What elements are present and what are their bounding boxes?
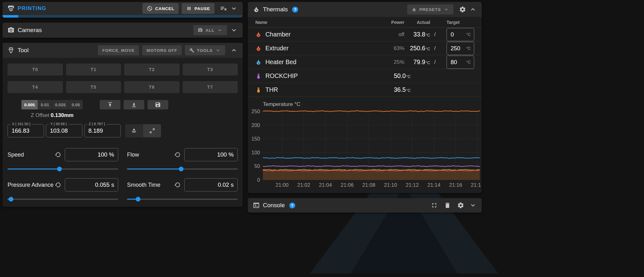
slider-thumb[interactable] xyxy=(8,197,13,202)
presets-label: PRESETS xyxy=(419,7,441,12)
tool-collapse-icon[interactable] xyxy=(230,47,238,54)
motors-off-button[interactable]: MOTORS OFF xyxy=(142,45,182,55)
tool-button-t1[interactable]: T1 xyxy=(66,64,121,75)
cameras-panel-header: Cameras ALL xyxy=(3,23,243,38)
speed-input[interactable]: 100 % xyxy=(65,148,118,161)
position-row: X [ 161.50 ]166.83Y [ 99.58 ]103.08Z [ 8… xyxy=(8,124,238,137)
thermals-panel-header: Thermals PRESETS xyxy=(248,2,482,17)
power-value: 25% xyxy=(372,59,404,65)
sensor-name-cell: Extruder xyxy=(255,45,372,52)
position-field-z[interactable]: Z [ 8.787 ]8.189 xyxy=(84,124,121,137)
slider-thumb[interactable] xyxy=(136,197,141,202)
pause-button[interactable]: PAUSE xyxy=(182,3,214,14)
force-move-button[interactable]: FORCE_MOVE xyxy=(98,45,139,55)
extruder-target-input[interactable]: 250°C xyxy=(447,42,474,55)
pressure-advance-input[interactable]: 0.055 s xyxy=(65,178,118,191)
svg-text:250: 250 xyxy=(252,109,260,114)
slider-track xyxy=(8,199,118,200)
smooth-time-slider[interactable] xyxy=(127,195,238,203)
cancel-button[interactable]: CANCEL xyxy=(142,3,179,14)
temperature-chart[interactable]: 25020015010050021:0021:0221:0421:0621:08… xyxy=(252,109,481,188)
flow-input[interactable]: 100 % xyxy=(184,148,238,161)
camera-icon xyxy=(8,27,14,34)
flow-slider[interactable] xyxy=(127,164,238,173)
flow-reset-icon[interactable] xyxy=(174,152,180,158)
z-offset-controls: 0.0050.010.0250.05 xyxy=(21,100,238,109)
level-icon xyxy=(131,128,137,134)
position-label-y: Y [ 99.58 ] xyxy=(49,122,68,126)
tool-button-t7[interactable]: T7 xyxy=(183,81,238,93)
z-step-0.025[interactable]: 0.025 xyxy=(52,100,69,109)
separator: / xyxy=(430,59,440,65)
nozzle-icon xyxy=(8,47,14,54)
gear-icon[interactable] xyxy=(457,202,464,209)
slider-fill xyxy=(127,169,181,169)
speed-slider[interactable] xyxy=(8,164,118,173)
pressure-advance-control: Pressure Advance0.055 s xyxy=(8,178,118,203)
position-field-y[interactable]: Y [ 99.58 ]103.08 xyxy=(46,124,82,137)
z-offset-down-button[interactable] xyxy=(124,100,144,109)
position-field-x[interactable]: X [ 161.50 ]166.83 xyxy=(8,124,44,137)
printing-collapse-icon[interactable] xyxy=(230,5,238,12)
speed-reset-icon[interactable] xyxy=(55,152,61,158)
tool-button-t6[interactable]: T6 xyxy=(124,81,180,93)
thermal-row-extruder: Extruder63%250.6°C/250°C xyxy=(248,42,482,55)
heater-bed-target-input[interactable]: 80°C xyxy=(447,56,474,69)
fullscreen-icon[interactable] xyxy=(431,202,438,209)
exclude-object-icon[interactable] xyxy=(220,5,227,12)
smooth-time-reset-icon[interactable] xyxy=(174,182,180,188)
screws-tilt-button[interactable] xyxy=(143,124,161,137)
tool-button-t4[interactable]: T4 xyxy=(8,81,63,93)
position-label-x: X [ 161.50 ] xyxy=(10,122,32,126)
cameras-collapse-icon[interactable] xyxy=(230,26,238,34)
tools-menu-button[interactable]: TOOLS xyxy=(185,45,225,55)
slider-thumb[interactable] xyxy=(57,167,62,171)
tool-button-t5[interactable]: T5 xyxy=(66,81,121,93)
printing-panel-header: PRINTING CANCEL PAUSE xyxy=(3,2,243,15)
thermometer-icon xyxy=(255,87,262,93)
tools-menu-label: TOOLS xyxy=(197,48,213,53)
thermals-collapse-icon[interactable] xyxy=(469,6,477,13)
svg-text:21:12: 21:12 xyxy=(406,182,419,188)
tool-button-t2[interactable]: T2 xyxy=(124,64,180,75)
z-offset-save-button[interactable] xyxy=(147,100,168,109)
slider-thumb[interactable] xyxy=(179,167,184,171)
tool-button-t3[interactable]: T3 xyxy=(183,64,238,75)
gear-icon[interactable] xyxy=(459,6,466,13)
z-step-0.05[interactable]: 0.05 xyxy=(69,100,83,109)
svg-text:21:00: 21:00 xyxy=(275,182,288,188)
thermal-row-rockchip: ROCKCHIP50.0°C xyxy=(248,69,482,83)
sensor-name: ROCKCHIP xyxy=(265,72,298,80)
console-collapse-icon[interactable] xyxy=(469,202,477,209)
pressure-advance-slider[interactable] xyxy=(8,195,118,203)
chevron-down-icon xyxy=(215,47,221,53)
presets-button[interactable]: PRESETS xyxy=(407,4,453,14)
tool-button-t0[interactable]: T0 xyxy=(8,64,63,75)
flow-control: Flow100 % xyxy=(127,148,238,173)
chevron-down-icon xyxy=(217,27,223,33)
help-icon[interactable] xyxy=(289,202,295,208)
position-value-x: 166.83 xyxy=(8,125,44,137)
arrow-down-to-line-icon xyxy=(131,102,137,108)
actual-temperature: 36.5°C xyxy=(372,86,430,93)
svg-text:21:08: 21:08 xyxy=(362,182,375,188)
z-tilt-button[interactable] xyxy=(125,124,143,137)
tool-title: Tool xyxy=(18,47,29,54)
camera-select-button[interactable]: ALL xyxy=(193,25,227,35)
help-icon[interactable] xyxy=(292,7,298,13)
smooth-time-label: Smooth Time xyxy=(127,182,174,188)
z-offset-up-button[interactable] xyxy=(100,100,120,109)
z-step-0.005[interactable]: 0.005 xyxy=(21,100,38,109)
chamber-target-input[interactable]: 0°C xyxy=(447,28,474,41)
pressure-advance-label: Pressure Advance xyxy=(8,182,55,188)
position-value-z: 8.189 xyxy=(85,125,120,137)
pressure-advance-reset-icon[interactable] xyxy=(55,182,61,188)
slider-track xyxy=(127,199,238,200)
camera-select-label: ALL xyxy=(205,28,214,33)
sensor-name-cell: THR xyxy=(255,86,372,93)
trash-icon[interactable] xyxy=(444,202,451,209)
smooth-time-input[interactable]: 0.02 s xyxy=(184,178,238,191)
z-step-0.01[interactable]: 0.01 xyxy=(38,100,52,109)
cameras-panel: Cameras ALL xyxy=(3,23,243,38)
actual-temperature: 79.9°C xyxy=(404,58,430,66)
